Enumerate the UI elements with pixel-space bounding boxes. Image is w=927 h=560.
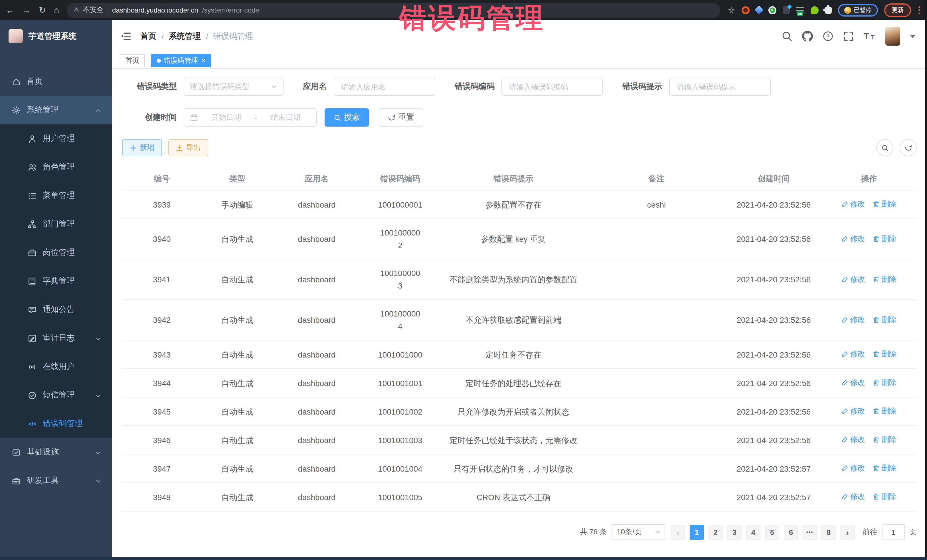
table-row: 3939手动编辑dashboard1001000001参数配置不存在ceshi2…	[122, 190, 917, 219]
page-button-2[interactable]: 2	[708, 524, 723, 540]
app-logo[interactable]: 芋道管理系统	[0, 20, 112, 52]
delete-link[interactable]: 删除	[873, 348, 897, 360]
bookmark-star-icon[interactable]: ☆	[728, 5, 735, 15]
sidebar-item-post[interactable]: 岗位管理	[0, 238, 112, 267]
extension-gem-icon[interactable]	[754, 5, 763, 14]
tab-error-code[interactable]: 错误码管理 ×	[151, 54, 211, 67]
prev-page-button[interactable]: ‹	[671, 524, 685, 540]
error-code-input[interactable]	[508, 82, 597, 91]
toggle-search-button[interactable]	[876, 139, 894, 156]
extension-vue-devtools-icon[interactable]: V	[768, 6, 776, 14]
back-icon[interactable]: ←	[6, 5, 14, 15]
delete-link[interactable]: 删除	[873, 273, 897, 285]
edit-link[interactable]: 修改	[842, 433, 865, 446]
cell-id: 3939	[122, 190, 202, 219]
delete-link[interactable]: 删除	[873, 405, 897, 417]
edit-link[interactable]: 修改	[842, 348, 865, 360]
export-button[interactable]: 导出	[168, 139, 208, 156]
extension-orange-icon[interactable]	[741, 6, 749, 14]
delete-link[interactable]: 删除	[873, 462, 897, 475]
address-bar[interactable]: ⚠ 不安全 dashboard.yudao.iocoder.cn/system/…	[67, 3, 720, 17]
page-button-6[interactable]: 6	[784, 524, 798, 540]
delete-link[interactable]: 删除	[873, 433, 897, 446]
extension-switch-icon[interactable]: on	[796, 7, 804, 13]
badge-icon	[27, 248, 37, 258]
edit-link[interactable]: 修改	[842, 273, 865, 285]
sidebar-item-dept[interactable]: 部门管理	[0, 210, 112, 238]
cell-actions: 修改删除	[821, 397, 917, 426]
page-button-5[interactable]: 5	[765, 524, 779, 540]
edit-link[interactable]: 修改	[842, 376, 865, 389]
edit-link[interactable]: 修改	[842, 462, 865, 475]
sidebar-item-errcode[interactable]: </>错误码管理	[0, 410, 112, 438]
error-hint-input[interactable]	[675, 82, 764, 91]
fullscreen-icon[interactable]	[843, 31, 854, 42]
edit-link[interactable]: 修改	[842, 490, 865, 503]
cell-time: 2021-04-20 23:52:56	[726, 426, 821, 454]
tab-home[interactable]: 首页	[120, 54, 145, 67]
search-icon[interactable]	[781, 31, 792, 42]
goto-page-input[interactable]	[882, 524, 905, 540]
extensions-puzzle-icon[interactable]	[825, 6, 831, 14]
hamburger-icon[interactable]	[120, 31, 131, 42]
delete-link[interactable]: 删除	[873, 198, 897, 211]
sidebar-item-user[interactable]: 用户管理	[0, 124, 112, 153]
refresh-button[interactable]	[900, 139, 917, 156]
start-date-placeholder: 开始日期	[201, 112, 251, 123]
sidebar-item-infra[interactable]: 基础设施	[0, 438, 112, 466]
edit-link[interactable]: 修改	[842, 405, 865, 417]
delete-link[interactable]: 删除	[873, 232, 897, 245]
reset-button[interactable]: 重置	[379, 108, 423, 127]
user-avatar[interactable]	[885, 27, 900, 46]
chevron-down-icon	[654, 529, 661, 536]
cell-memo: ceshi	[587, 190, 726, 219]
sidebar-item-role[interactable]: 角色管理	[0, 153, 112, 181]
home-icon[interactable]: ⌂	[54, 5, 59, 15]
reload-icon[interactable]: ↻	[39, 5, 46, 15]
breadcrumb-system[interactable]: 系统管理	[169, 31, 201, 41]
profile-paused-chip[interactable]: 已暂停	[838, 4, 878, 16]
cell-memo	[587, 454, 726, 483]
cell-code: 1001001003	[360, 426, 440, 454]
delete-link[interactable]: 删除	[873, 313, 897, 326]
edit-link[interactable]: 修改	[842, 313, 865, 326]
sidebar-item-notice[interactable]: 通知公告	[0, 295, 112, 324]
page-button-1[interactable]: 1	[690, 524, 704, 540]
sidebar-item-home[interactable]: 首页	[0, 67, 112, 96]
edit-link[interactable]: 修改	[842, 232, 865, 245]
extension-grid-icon[interactable]	[783, 6, 790, 14]
page-ellipsis[interactable]: •••	[802, 524, 817, 540]
page-button-8[interactable]: 8	[821, 524, 836, 540]
sidebar-item-audit[interactable]: 审计日志	[0, 324, 112, 352]
sidebar-item-system[interactable]: 系统管理	[0, 96, 112, 124]
github-icon[interactable]	[802, 31, 813, 42]
sidebar-item-dict[interactable]: 字典管理	[0, 267, 112, 295]
page-button-4[interactable]: 4	[746, 524, 760, 540]
edit-link[interactable]: 修改	[842, 198, 865, 211]
forward-icon[interactable]: →	[22, 5, 31, 15]
search-button[interactable]: 搜索	[325, 108, 369, 127]
extension-leaf-icon[interactable]	[810, 6, 818, 14]
app-name-input[interactable]	[340, 82, 429, 91]
sidebar-item-menu[interactable]: 菜单管理	[0, 181, 112, 210]
sidebar-item-online[interactable]: 在线用户	[0, 352, 112, 381]
page-size-select[interactable]: 10条/页	[611, 524, 666, 540]
chevron-down-icon[interactable]	[910, 35, 916, 38]
sidebar-item-sms[interactable]: 短信管理	[0, 381, 112, 410]
close-icon[interactable]: ×	[201, 57, 205, 64]
help-icon[interactable]: ?	[823, 31, 833, 42]
update-button[interactable]: 更新	[884, 3, 911, 17]
breadcrumb-home[interactable]: 首页	[140, 31, 156, 41]
browser-menu-icon[interactable]	[917, 6, 921, 14]
next-page-button[interactable]: ›	[840, 524, 854, 540]
date-range-picker[interactable]: 开始日期 - 结束日期	[184, 108, 317, 127]
add-button[interactable]: 新增	[122, 139, 162, 156]
cell-actions: 修改删除	[821, 454, 917, 483]
sidebar-item-devtools[interactable]: 研发工具	[0, 466, 112, 495]
font-size-icon[interactable]: TT	[864, 31, 876, 42]
page-button-3[interactable]: 3	[727, 524, 742, 540]
delete-link[interactable]: 删除	[873, 376, 897, 389]
delete-link[interactable]: 删除	[873, 490, 897, 503]
col-id: 编号	[122, 168, 202, 190]
error-type-select[interactable]: 请选择错误码类型	[184, 77, 284, 96]
